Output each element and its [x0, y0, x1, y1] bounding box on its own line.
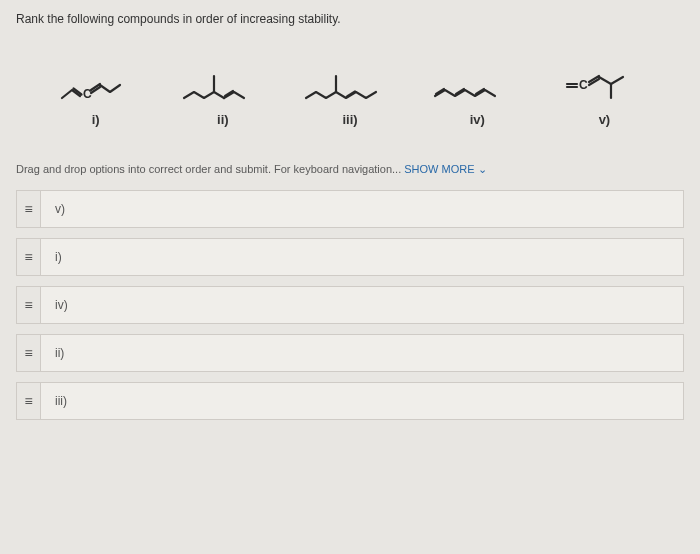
answer-slot[interactable]: v)	[40, 190, 684, 228]
compound-label-i: i)	[32, 112, 159, 127]
answer-row-3[interactable]: ≡ iv)	[16, 286, 684, 324]
compound-label-ii: ii)	[159, 112, 286, 127]
answer-slot[interactable]: iii)	[40, 382, 684, 420]
compound-label-iii: iii)	[286, 112, 413, 127]
answer-value: i)	[55, 250, 111, 264]
compound-v: C	[541, 64, 668, 104]
drag-handle-icon[interactable]: ≡	[16, 382, 40, 420]
show-more-link[interactable]: SHOW MORE ⌄	[404, 163, 486, 175]
compound-iv	[414, 68, 541, 104]
compound-iii	[286, 68, 413, 104]
instructions-label: Drag and drop options into correct order…	[16, 163, 401, 175]
answer-row-5[interactable]: ≡ iii)	[16, 382, 684, 420]
answer-value: ii)	[55, 346, 111, 360]
drag-handle-icon[interactable]: ≡	[16, 238, 40, 276]
compound-i: C	[32, 68, 159, 104]
compound-ii	[159, 68, 286, 104]
drag-handle-icon[interactable]: ≡	[16, 190, 40, 228]
answer-row-2[interactable]: ≡ i)	[16, 238, 684, 276]
answer-slot[interactable]: iv)	[40, 286, 684, 324]
drag-handle-icon[interactable]: ≡	[16, 286, 40, 324]
question-title: Rank the following compounds in order of…	[16, 12, 684, 26]
answer-row-1[interactable]: ≡ v)	[16, 190, 684, 228]
compounds-row: C C	[16, 54, 684, 104]
instructions-text: Drag and drop options into correct order…	[16, 163, 684, 176]
answer-value: iii)	[55, 394, 111, 408]
answer-value: v)	[55, 202, 111, 216]
compound-labels-row: i) ii) iii) iv) v)	[16, 112, 684, 127]
answer-row-4[interactable]: ≡ ii)	[16, 334, 684, 372]
answer-value: iv)	[55, 298, 111, 312]
answer-slot[interactable]: ii)	[40, 334, 684, 372]
answer-slot[interactable]: i)	[40, 238, 684, 276]
svg-text:C: C	[579, 78, 588, 92]
compound-label-iv: iv)	[414, 112, 541, 127]
compound-label-v: v)	[541, 112, 668, 127]
drag-handle-icon[interactable]: ≡	[16, 334, 40, 372]
